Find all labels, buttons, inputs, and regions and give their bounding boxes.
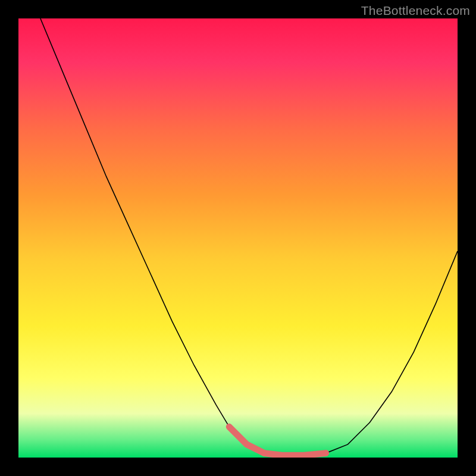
watermark-text: TheBottleneck.com (361, 4, 470, 18)
chart-container: TheBottleneck.com (0, 0, 476, 476)
chart-plot-area (18, 18, 458, 458)
